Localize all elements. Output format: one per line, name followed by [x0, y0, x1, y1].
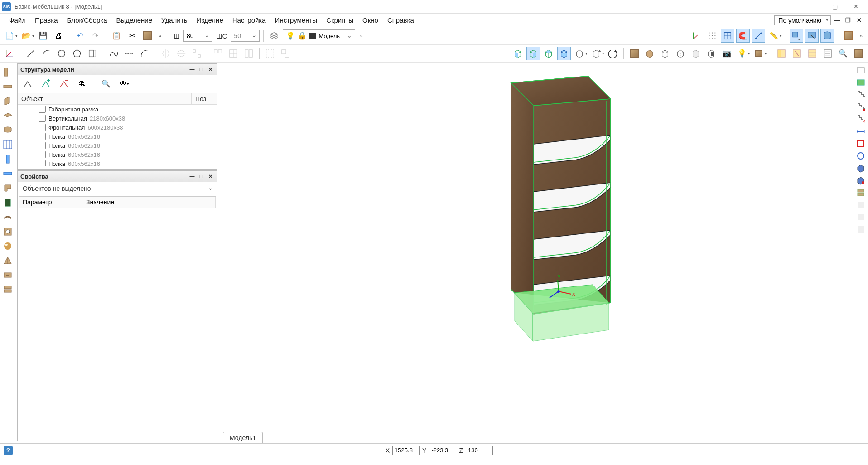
ungroup-button[interactable]: [279, 47, 292, 60]
select-mode-1[interactable]: [790, 29, 803, 43]
pyramid-icon[interactable]: [1, 254, 14, 267]
box-button[interactable]: [852, 47, 865, 60]
coord-x-input[interactable]: [392, 446, 420, 455]
menu-help[interactable]: Справка: [383, 15, 419, 26]
panel-struct-button[interactable]: [775, 47, 788, 60]
panel-minimize[interactable]: —: [188, 66, 196, 73]
shade-hidden[interactable]: [674, 47, 687, 60]
axis-icon[interactable]: [690, 29, 704, 43]
mdi-close[interactable]: ✕: [854, 16, 863, 25]
menu-settings[interactable]: Настройка: [228, 15, 270, 26]
rt-box-1-icon[interactable]: [856, 163, 866, 174]
copy-button[interactable]: 📋: [110, 29, 123, 43]
light-button[interactable]: 💡: [735, 47, 749, 60]
print-button[interactable]: 🖨: [52, 29, 65, 43]
arc-button[interactable]: [39, 47, 53, 60]
tree-add-icon[interactable]: [39, 78, 52, 90]
menu-file[interactable]: Файл: [5, 15, 30, 26]
rt-stack-icon[interactable]: [856, 188, 866, 199]
new-doc-button[interactable]: 📄: [3, 29, 16, 43]
panel-vert-icon[interactable]: [1, 65, 14, 79]
ruler-button[interactable]: 📏: [767, 29, 781, 43]
tree-visibility-icon[interactable]: 👁▾: [118, 78, 130, 90]
panel-horiz-icon[interactable]: [1, 80, 14, 93]
tree-del-icon[interactable]: [58, 78, 70, 90]
panel-close[interactable]: ✕: [206, 173, 214, 180]
grid-1-button[interactable]: [211, 47, 225, 60]
undo-button[interactable]: ↶: [73, 29, 87, 43]
redo-button[interactable]: ↷: [88, 29, 102, 43]
menu-product[interactable]: Изделие: [192, 15, 227, 26]
tree-tools-icon[interactable]: 🛠: [76, 78, 88, 90]
select-mode-2[interactable]: [805, 29, 819, 43]
maximize-button[interactable]: ▢: [825, 0, 845, 14]
circle-button[interactable]: [55, 47, 68, 60]
zoom-fit-button[interactable]: 🔍: [836, 47, 850, 60]
toolbar-overflow-2[interactable]: »: [357, 33, 365, 39]
view-top[interactable]: [542, 47, 555, 60]
grid-icon[interactable]: [705, 29, 719, 43]
group-button[interactable]: [263, 47, 277, 60]
panel-minimize[interactable]: —: [188, 173, 196, 180]
rt-box-2-icon[interactable]: [856, 175, 866, 187]
cut-button[interactable]: ✂: [125, 29, 139, 43]
open-button[interactable]: 📂: [19, 29, 33, 43]
view-custom[interactable]: [573, 47, 586, 60]
grid-3-button[interactable]: [242, 47, 256, 60]
array-button[interactable]: [190, 47, 203, 60]
camera-button[interactable]: 📷: [720, 47, 733, 60]
rt-screw-2-icon[interactable]: [856, 102, 866, 113]
snap-endpoint-button[interactable]: [752, 29, 765, 43]
coord-y-input[interactable]: [429, 446, 456, 455]
tree-header-pos[interactable]: Поз.: [192, 93, 217, 104]
ucs-button[interactable]: [3, 47, 16, 60]
magnet-button[interactable]: 🧲: [736, 29, 750, 43]
view-front[interactable]: [511, 47, 525, 60]
snap-enable-button[interactable]: [721, 29, 734, 43]
multi-panel-icon[interactable]: [1, 138, 14, 151]
select-mode-3[interactable]: [820, 29, 834, 43]
dash-line-button[interactable]: [122, 47, 136, 60]
viewport-3d[interactable]: x y: [219, 63, 853, 431]
shade-wire[interactable]: [658, 47, 672, 60]
polygon-button[interactable]: [70, 47, 84, 60]
hole-icon[interactable]: [1, 225, 14, 238]
rt-dim-icon[interactable]: [856, 126, 866, 138]
rect-button[interactable]: [86, 47, 99, 60]
coord-z-input[interactable]: [466, 446, 493, 455]
rt-button-2[interactable]: [856, 78, 866, 89]
view-left[interactable]: [526, 47, 540, 60]
width-input[interactable]: [183, 30, 212, 42]
tree-body[interactable]: Габаритная рамка Вертикальная2180x600x38…: [18, 105, 217, 166]
panel-close[interactable]: ✕: [206, 66, 214, 73]
mirror-h-button[interactable]: [159, 47, 173, 60]
selection-combo[interactable]: Объектов не выделено: [19, 183, 216, 194]
menu-edit[interactable]: Правка: [30, 15, 63, 26]
v-divider-icon[interactable]: [1, 152, 14, 166]
close-button[interactable]: ✕: [845, 0, 866, 14]
cabinet-icon[interactable]: [140, 29, 154, 43]
shade-xray[interactable]: [689, 47, 703, 60]
tree-search-icon[interactable]: 🔍: [100, 78, 112, 90]
rt-screw-1-icon[interactable]: [856, 90, 866, 101]
spline-button[interactable]: [107, 47, 121, 60]
view-rotate[interactable]: [589, 47, 603, 60]
save-button[interactable]: 💾: [36, 29, 50, 43]
help-icon[interactable]: ?: [4, 446, 13, 455]
model-combo[interactable]: 💡 🔒 Модель: [283, 29, 355, 42]
panel-grid-button[interactable]: [805, 47, 819, 60]
rt-button-1[interactable]: [856, 65, 866, 77]
assembly-icon[interactable]: [842, 29, 855, 43]
panel-list-button[interactable]: [821, 47, 834, 60]
sphere-icon[interactable]: [1, 239, 14, 253]
rt-red-rect-icon[interactable]: [856, 139, 866, 150]
menu-delete[interactable]: Удалить: [157, 15, 192, 26]
mdi-restore[interactable]: ❐: [844, 16, 853, 25]
line-button[interactable]: [24, 47, 38, 60]
mdi-minimize[interactable]: —: [833, 16, 842, 25]
shade-partial[interactable]: [704, 47, 718, 60]
doc-tab[interactable]: Модель1: [223, 432, 263, 443]
toolbar-overflow[interactable]: »: [156, 33, 164, 39]
stack-icon[interactable]: [1, 283, 14, 296]
menu-window[interactable]: Окно: [358, 15, 383, 26]
